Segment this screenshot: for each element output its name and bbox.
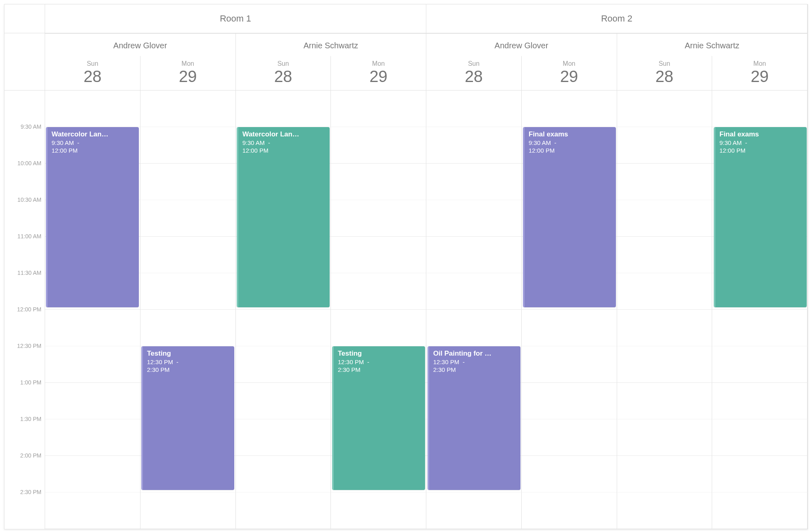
header-people-row: Andrew Glover Arnie Schwartz Andrew Glov… [4, 33, 808, 56]
room-label: Room 1 [220, 13, 251, 24]
day-header[interactable]: Sun28 [426, 56, 522, 90]
time-cell[interactable] [712, 91, 808, 127]
calendar-event[interactable]: Final exams9:30 AM - 12:00 PM [714, 127, 807, 307]
time-cell[interactable] [140, 310, 236, 346]
calendar-event[interactable]: Watercolor Lan…9:30 AM - 12:00 PM [46, 127, 139, 307]
time-cell[interactable] [236, 456, 331, 492]
time-cell[interactable] [617, 456, 713, 492]
time-cell[interactable] [617, 200, 713, 237]
time-cell[interactable] [140, 164, 236, 200]
day-header[interactable]: Mon29 [712, 56, 808, 90]
day-header[interactable]: Mon29 [140, 56, 236, 90]
time-cell[interactable] [426, 127, 522, 164]
calendar-event[interactable]: Watercolor Lan…9:30 AM - 12:00 PM [237, 127, 330, 307]
calendar-event[interactable]: Final exams9:30 AM - 12:00 PM [523, 127, 616, 307]
time-label: 12:30 PM [17, 343, 41, 349]
time-cell[interactable] [236, 383, 331, 419]
time-cell[interactable] [426, 164, 522, 200]
event-time: 12:30 PM - 2:30 PM [338, 358, 421, 374]
person-header: Arnie Schwartz [236, 33, 427, 56]
day-header[interactable]: Sun28 [617, 56, 713, 90]
time-cell[interactable] [712, 456, 808, 492]
time-cell[interactable] [426, 200, 522, 237]
day-header[interactable]: Sun28 [236, 56, 331, 90]
time-cell[interactable] [617, 346, 713, 383]
time-cell[interactable] [712, 310, 808, 346]
time-cell[interactable] [617, 492, 713, 529]
time-cell[interactable] [426, 237, 522, 273]
day-header[interactable]: Mon29 [522, 56, 617, 90]
calendar-event[interactable]: Oil Painting for …12:30 PM - 2:30 PM [428, 346, 520, 490]
time-cell[interactable] [617, 310, 713, 346]
time-cell[interactable] [522, 419, 617, 456]
time-cell[interactable] [712, 383, 808, 419]
time-cell[interactable] [522, 456, 617, 492]
time-cell[interactable] [45, 91, 140, 127]
person-label: Arnie Schwartz [304, 41, 358, 50]
time-gutter-cell: 10:00 AM [4, 164, 45, 200]
time-cell[interactable] [331, 492, 426, 529]
time-cell[interactable] [522, 310, 617, 346]
time-gutter-cell: 10:30 AM [4, 200, 45, 237]
time-cell[interactable] [426, 310, 522, 346]
calendar-body[interactable]: 9:30 AM10:00 AM10:30 AM11:00 AM11:30 AM1… [4, 91, 808, 529]
time-cell[interactable] [140, 492, 236, 529]
time-cell[interactable] [617, 127, 713, 164]
time-cell[interactable] [712, 346, 808, 383]
time-cell[interactable] [331, 164, 426, 200]
time-gutter-cell: 1:30 PM [4, 419, 45, 456]
day-of-week: Mon [522, 60, 617, 67]
room-header: Room 1 [45, 4, 426, 33]
time-cell[interactable] [617, 91, 713, 127]
calendar-event[interactable]: Testing12:30 PM - 2:30 PM [332, 346, 425, 490]
time-cell[interactable] [522, 346, 617, 383]
time-cell[interactable] [617, 419, 713, 456]
time-cell[interactable] [617, 383, 713, 419]
time-cell[interactable] [236, 419, 331, 456]
day-of-week: Sun [45, 60, 140, 67]
day-number: 28 [426, 67, 521, 85]
calendar-scheduler: Room 1 Room 2 Andrew Glover Arnie Schwar… [4, 4, 808, 529]
time-cell[interactable] [331, 273, 426, 310]
time-cell[interactable] [45, 492, 140, 529]
time-label: 10:30 AM [17, 196, 41, 203]
time-cell[interactable] [140, 200, 236, 237]
time-cell[interactable] [617, 164, 713, 200]
time-cell[interactable] [331, 200, 426, 237]
time-cell[interactable] [236, 492, 331, 529]
time-cell[interactable] [45, 456, 140, 492]
time-cell[interactable] [617, 237, 713, 273]
time-cell[interactable] [236, 91, 331, 127]
day-header[interactable]: Mon29 [331, 56, 426, 90]
event-title: Final exams [719, 130, 803, 138]
time-cell[interactable] [331, 127, 426, 164]
time-cell[interactable] [45, 310, 140, 346]
time-cell[interactable] [331, 310, 426, 346]
time-cell[interactable] [140, 91, 236, 127]
time-cell[interactable] [712, 419, 808, 456]
time-cell[interactable] [426, 273, 522, 310]
time-cell[interactable] [522, 383, 617, 419]
time-cell[interactable] [236, 346, 331, 383]
time-cell[interactable] [140, 273, 236, 310]
time-label: 10:00 AM [17, 160, 41, 166]
day-header[interactable]: Sun28 [45, 56, 140, 90]
time-cell[interactable] [426, 91, 522, 127]
time-cell[interactable] [522, 91, 617, 127]
time-label: 11:30 AM [17, 270, 41, 276]
day-number: 28 [45, 67, 140, 85]
day-of-week: Mon [712, 60, 807, 67]
time-cell[interactable] [331, 91, 426, 127]
time-cell[interactable] [140, 237, 236, 273]
time-cell[interactable] [45, 346, 140, 383]
time-cell[interactable] [45, 383, 140, 419]
time-cell[interactable] [617, 273, 713, 310]
time-cell[interactable] [45, 419, 140, 456]
time-cell[interactable] [712, 492, 808, 529]
time-cell[interactable] [426, 492, 522, 529]
time-cell[interactable] [236, 310, 331, 346]
time-cell[interactable] [331, 237, 426, 273]
calendar-event[interactable]: Testing12:30 PM - 2:30 PM [141, 346, 234, 490]
time-cell[interactable] [522, 492, 617, 529]
time-cell[interactable] [140, 127, 236, 164]
